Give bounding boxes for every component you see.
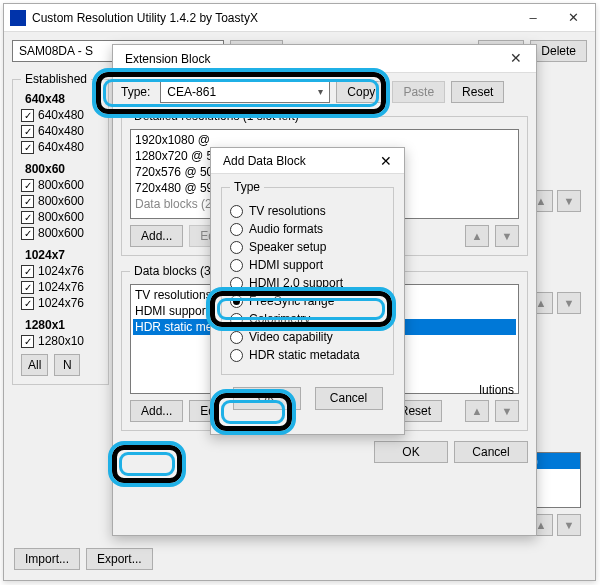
copy-button[interactable]: Copy [336,81,386,103]
add-client: Type TV resolutionsAudio formatsSpeaker … [211,174,404,420]
move-up-button[interactable]: ▲ [465,400,489,422]
type-dropdown[interactable]: CEA-861 [160,81,330,103]
radio-option[interactable]: Speaker setup [230,240,385,254]
data-blocks-legend: Data blocks (3 [130,264,215,278]
ext-close-button[interactable]: ✕ [498,47,534,71]
res-label: 640x480 [38,124,84,138]
none-button[interactable]: N [54,354,80,376]
checkbox[interactable] [21,265,34,278]
checkbox[interactable] [21,109,34,122]
ext-cancel-button[interactable]: Cancel [454,441,528,463]
main-titlebar: Custom Resolution Utility 1.4.2 by Toast… [4,4,595,32]
res-label: 640x480 [38,140,84,154]
established-group: Established 640x48 640x480 640x480 640x4… [12,72,109,385]
radio-option[interactable]: Video capability [230,330,385,344]
radio-label: Video capability [249,330,333,344]
radio-icon[interactable] [230,241,243,254]
res-label: 1024x76 [38,280,84,294]
res-label: 1024x76 [38,296,84,310]
checkbox[interactable] [21,195,34,208]
move-down-button[interactable]: ▼ [495,225,519,247]
res-label: 800x600 [38,178,84,192]
type-group-legend: Type [230,180,264,194]
res-label: 800x600 [38,210,84,224]
radio-option[interactable]: Colorimetry [230,312,385,326]
radio-option[interactable]: HDR static metadata [230,348,385,362]
res-label: 1280x10 [38,334,84,348]
move-up-button[interactable]: ▲ [465,225,489,247]
ext-ok-button[interactable]: OK [374,441,448,463]
add-data-block-dialog: Add Data Block ✕ Type TV resolutionsAudi… [210,147,405,435]
paste-button[interactable]: Paste [392,81,445,103]
checkbox[interactable] [21,227,34,240]
radio-label: TV resolutions [249,204,326,218]
export-button[interactable]: Export... [86,548,153,570]
minimize-button[interactable]: – [513,5,553,31]
radio-option[interactable]: Audio formats [230,222,385,236]
add-title: Add Data Block [217,154,370,168]
radio-option[interactable]: TV resolutions [230,204,385,218]
radio-option[interactable]: HDMI support [230,258,385,272]
type-label: Type: [121,85,150,99]
checkbox[interactable] [21,335,34,348]
radio-icon[interactable] [230,313,243,326]
peek-label: lutions [479,383,514,397]
add-data-block-button[interactable]: Add... [130,400,183,422]
est-head-3: 1280x1 [21,318,100,332]
radio-label: Speaker setup [249,240,326,254]
close-button[interactable]: ✕ [553,5,593,31]
res-label: 640x480 [38,108,84,122]
est-head-1: 800x60 [21,162,100,176]
app-icon [10,10,26,26]
list-item[interactable]: 1920x1080 @ [133,132,516,148]
radio-icon[interactable] [230,349,243,362]
radio-option[interactable]: FreeSync range [230,294,385,308]
checkbox[interactable] [21,211,34,224]
move-down-button[interactable]: ▼ [557,514,581,536]
main-title: Custom Resolution Utility 1.4.2 by Toast… [32,11,513,25]
radio-label: Audio formats [249,222,323,236]
radio-icon[interactable] [230,205,243,218]
res-label: 1024x76 [38,264,84,278]
est-head-2: 1024x7 [21,248,100,262]
res-label: 800x600 [38,226,84,240]
ext-block-selected[interactable]: ) [532,453,580,469]
checkbox[interactable] [21,141,34,154]
move-down-button[interactable]: ▼ [557,292,581,314]
delete-button[interactable]: Delete [530,40,587,62]
add-close-button[interactable]: ✕ [370,150,402,172]
checkbox[interactable] [21,297,34,310]
radio-label: FreeSync range [249,294,334,308]
add-titlebar: Add Data Block ✕ [211,148,404,174]
move-down-button[interactable]: ▼ [495,400,519,422]
radio-icon[interactable] [230,331,243,344]
checkbox[interactable] [21,179,34,192]
est-head-0: 640x48 [21,92,100,106]
detailed-legend: Detailed resolutions (1 slot left) [130,109,303,123]
reset-button[interactable]: Reset [451,81,504,103]
all-button[interactable]: All [21,354,48,376]
res-label: 800x600 [38,194,84,208]
established-legend: Established [21,72,91,86]
import-button[interactable]: Import... [14,548,80,570]
add-ok-button[interactable]: OK [233,387,301,410]
type-group: Type TV resolutionsAudio formatsSpeaker … [221,180,394,375]
ext-titlebar: Extension Block ✕ [113,45,536,73]
radio-icon[interactable] [230,259,243,272]
move-down-button[interactable]: ▼ [557,190,581,212]
checkbox[interactable] [21,281,34,294]
radio-label: HDMI support [249,258,323,272]
add-cancel-button[interactable]: Cancel [315,387,383,410]
radio-icon[interactable] [230,295,243,308]
radio-label: HDMI 2.0 support [249,276,343,290]
radio-label: Colorimetry [249,312,310,326]
radio-label: HDR static metadata [249,348,360,362]
radio-icon[interactable] [230,223,243,236]
radio-icon[interactable] [230,277,243,290]
radio-option[interactable]: HDMI 2.0 support [230,276,385,290]
add-button[interactable]: Add... [130,225,183,247]
ext-title: Extension Block [119,52,498,66]
checkbox[interactable] [21,125,34,138]
